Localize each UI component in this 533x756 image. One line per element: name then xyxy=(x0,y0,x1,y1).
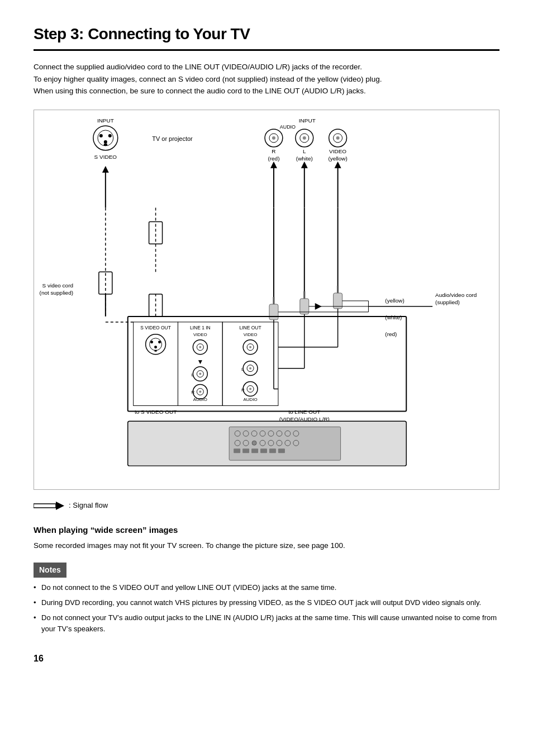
svg-text:Audio/video cord: Audio/video cord xyxy=(435,292,477,298)
connection-diagram: INPUT S VIDEO TV or projector INPUT R AU… xyxy=(34,110,499,490)
note-item-1: Do not connect to the S VIDEO OUT and ye… xyxy=(34,582,499,594)
svg-text:(white): (white) xyxy=(385,314,402,320)
svg-point-21 xyxy=(336,136,340,140)
svg-text:(red): (red) xyxy=(268,155,279,162)
svg-marker-27 xyxy=(102,166,109,172)
svg-rect-123 xyxy=(251,448,258,453)
svg-rect-139 xyxy=(34,504,56,508)
svg-point-63 xyxy=(150,338,162,351)
svg-point-92 xyxy=(249,367,251,369)
svg-rect-125 xyxy=(269,448,276,453)
svg-rect-121 xyxy=(234,448,240,453)
svg-text:R: R xyxy=(241,387,245,392)
svg-marker-33 xyxy=(335,162,341,168)
svg-rect-124 xyxy=(260,448,267,453)
svg-rect-6 xyxy=(104,144,107,146)
svg-marker-140 xyxy=(56,502,64,510)
svg-point-77 xyxy=(199,372,201,375)
svg-text:S video cord: S video cord xyxy=(42,282,73,289)
svg-point-12 xyxy=(272,136,275,140)
svg-text:(white): (white) xyxy=(296,155,313,162)
svg-text:L: L xyxy=(241,366,244,371)
svg-text:L: L xyxy=(303,148,306,154)
svg-text:(yellow): (yellow) xyxy=(328,155,347,162)
svg-text:▼: ▼ xyxy=(197,357,203,365)
wide-screen-section: When playing “wide screen” images Some r… xyxy=(34,524,499,551)
svg-point-66 xyxy=(154,346,157,348)
svg-point-3 xyxy=(99,134,103,138)
svg-rect-59 xyxy=(128,316,407,412)
svg-rect-126 xyxy=(278,448,285,453)
svg-text:AUDIO: AUDIO xyxy=(193,397,207,402)
signal-legend: : Signal flow xyxy=(34,500,499,511)
svg-point-4 xyxy=(108,134,112,138)
svg-text:(supplied): (supplied) xyxy=(435,299,460,305)
wide-screen-heading: When playing “wide screen” images xyxy=(34,524,499,537)
svg-point-96 xyxy=(249,388,251,390)
signal-legend-label: : Signal flow xyxy=(69,500,108,511)
svg-text:S VIDEO OUT: S VIDEO OUT xyxy=(140,325,171,330)
svg-text:LINE 1 IN: LINE 1 IN xyxy=(190,325,211,330)
svg-text:(yellow): (yellow) xyxy=(385,297,404,304)
svg-text:INPUT: INPUT xyxy=(97,117,114,124)
note-item-3: Do not connect your TV’s audio output ja… xyxy=(34,612,499,636)
wide-screen-text: Some recorded images may not fit your TV… xyxy=(34,540,499,551)
page-number: 16 xyxy=(34,652,499,665)
svg-text:LINE OUT: LINE OUT xyxy=(240,325,261,330)
svg-rect-122 xyxy=(242,448,249,453)
svg-text:AUDIO: AUDIO xyxy=(280,124,296,130)
notes-list: Do not connect to the S VIDEO OUT and ye… xyxy=(34,582,499,635)
svg-text:R: R xyxy=(272,148,275,154)
svg-text:S VIDEO: S VIDEO xyxy=(94,154,117,160)
svg-rect-67 xyxy=(155,350,157,352)
svg-point-17 xyxy=(303,136,306,140)
svg-point-81 xyxy=(199,390,201,393)
svg-text:INPUT: INPUT xyxy=(299,117,316,124)
svg-text:VIDEO: VIDEO xyxy=(193,332,207,337)
svg-text:TV or projector: TV or projector xyxy=(152,135,193,142)
svg-text:R: R xyxy=(191,390,194,395)
svg-text:to S VIDEO OUT: to S VIDEO OUT xyxy=(135,409,177,415)
page-title: Step 3: Connecting to Your TV xyxy=(34,22,499,51)
svg-point-1 xyxy=(93,126,118,150)
svg-text:to LINE OUT: to LINE OUT xyxy=(288,409,320,415)
svg-point-73 xyxy=(199,346,201,348)
svg-point-115 xyxy=(252,441,256,445)
svg-marker-58 xyxy=(315,303,322,310)
svg-rect-46 xyxy=(269,304,278,320)
svg-point-89 xyxy=(249,346,251,348)
svg-text:(red): (red) xyxy=(385,331,397,337)
svg-point-65 xyxy=(158,341,161,343)
svg-text:VIDEO: VIDEO xyxy=(329,148,346,154)
note-item-2: During DVD recording, you cannot watch V… xyxy=(34,597,499,609)
svg-text:(not supplied): (not supplied) xyxy=(40,290,73,296)
notes-section: Notes Do not connect to the S VIDEO OUT … xyxy=(34,563,499,635)
svg-text:AUDIO: AUDIO xyxy=(243,397,257,402)
svg-text:L: L xyxy=(191,372,194,377)
svg-text:VIDEO: VIDEO xyxy=(244,332,258,337)
svg-marker-29 xyxy=(270,162,277,168)
svg-point-5 xyxy=(104,140,107,144)
intro-text: Connect the supplied audio/video cord to… xyxy=(34,61,499,97)
notes-label: Notes xyxy=(34,563,66,578)
svg-point-64 xyxy=(150,341,153,343)
svg-marker-31 xyxy=(301,162,308,168)
